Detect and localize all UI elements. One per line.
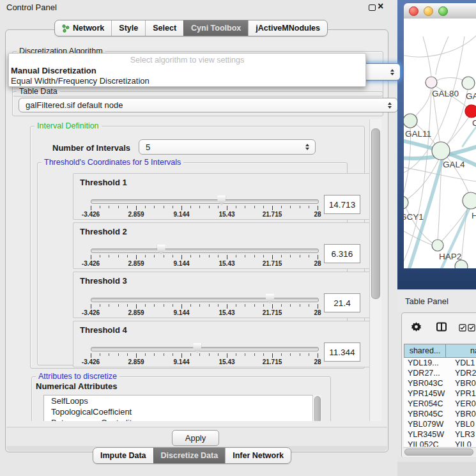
slider-tick-label: 21.715 [263,358,282,365]
network-node-gal4[interactable] [432,142,450,160]
interval-definition-title: Interval Definition [35,121,102,130]
network-window-titlebar[interactable] [404,3,476,19]
tab-impute-data[interactable]: Impute Data [93,448,153,463]
tab-select[interactable]: Select [145,20,183,36]
minimize-traffic-light-icon[interactable] [424,6,433,16]
slider-tick-label: 28 [314,358,321,365]
table-row[interactable]: YLR345WYLR3 [404,429,476,440]
slider-tick [190,353,191,356]
slider-tick [263,304,264,307]
threshold-value-field[interactable]: 6.316 [324,244,360,263]
slider-tick [136,255,137,259]
zoom-traffic-light-icon[interactable] [438,6,448,16]
undock-icon[interactable] [369,4,376,11]
tab-infer-network[interactable]: Infer Network [225,448,291,463]
slider-tick [136,206,137,210]
threshold-value-field[interactable]: 21.4 [324,293,360,312]
algorithm-placeholder: Select algorithm to view settings [9,56,365,65]
slider-tick-label: 15.43 [219,211,234,218]
attribute-list-item[interactable]: SelfLoops [44,395,313,406]
slider-tick [127,206,128,208]
slider-tick-label: 2.859 [128,211,144,218]
threshold-label: Threshold 4 [80,325,127,335]
table-data-combo[interactable]: galFiltered.sif default node [19,98,398,112]
slider-tick [199,304,200,307]
slider-tick-label: 9.144 [173,309,189,316]
network-node-gal80[interactable] [426,77,437,88]
slider-tick-label: 9.144 [173,358,189,365]
tab-discretize-data[interactable]: Discretize Data [153,448,226,463]
table-row[interactable]: YPR145WYPR1 [404,388,476,399]
slider-tick-label: 9.144 [173,260,189,267]
network-node-hap2[interactable] [432,240,443,251]
network-node-ga[interactable] [462,77,475,89]
checkbox-checked-icon[interactable] [468,324,475,332]
numerical-attributes-list[interactable]: SelfLoopsTopologicalCoefficientBetweenne… [43,395,314,421]
slider-tick-label: 28 [314,211,321,218]
slider-tick [190,304,191,307]
slider-tick [154,255,155,257]
tab-jactivemnodules[interactable]: jActiveMNodules [248,20,327,36]
slider-tick [263,206,264,208]
node-label-h: H [472,211,476,220]
network-canvas[interactable]: GAL80GACGAL11GAL4GCY1HHAP2 [404,19,476,268]
gear-icon[interactable] [411,321,422,332]
slider-tick [263,353,264,356]
slider-tick [100,255,100,257]
panel-title: Control Panel [6,3,57,12]
algorithm-option-equal-width[interactable]: Equal Width/Frequency Discretization [11,76,150,86]
column-layout-icon[interactable] [436,321,447,332]
slider-tick [281,255,282,257]
slider-tick-label: 21.715 [263,309,282,316]
network-node-gcy1[interactable] [404,196,408,209]
slider-tick [209,304,210,307]
table-row[interactable]: YBR045CYBR0 [404,409,476,419]
network-node-gal11[interactable] [404,114,417,128]
attribute-list-item[interactable]: TopologicalCoefficient [44,406,313,417]
slider-tick [118,255,119,257]
cell-shared-name: YIL052C [404,440,449,447]
table-row[interactable]: YIL052CYIL0 [404,440,476,447]
slider-tick [127,304,128,307]
node-label-hap2: HAP2 [439,252,461,261]
threshold-value-field[interactable]: 14.713 [324,195,360,214]
network-node-h[interactable] [463,192,476,209]
tab-network[interactable]: Network [55,20,111,36]
slider-tick [100,353,100,356]
settings-scrollbar[interactable] [369,119,381,421]
node-label-gcy1: GCY1 [404,212,424,222]
attributes-list-scrollbar[interactable] [312,395,321,421]
column-header-name[interactable]: na [446,344,476,358]
threshold-slider-track[interactable] [91,347,319,351]
threshold-value-field[interactable]: 11.344 [324,342,360,362]
slider-tick-label: 2.859 [128,358,144,365]
threshold-slider-track[interactable] [91,249,319,253]
slider-tick [218,255,219,257]
threshold-block-2: Threshold 2-3.4262.8599.14415.4321.71528… [73,222,369,269]
settings-scrollbar-thumb[interactable] [371,128,380,299]
table-row[interactable]: YDR27...YDR2 [404,368,476,378]
algorithm-option-manual[interactable]: Manual Discretization [11,66,96,75]
slider-tick [236,255,236,257]
table-row[interactable]: YDL19...YDL1 [404,358,476,368]
table-rows[interactable]: YDL19...YDL1YDR27...YDR2YBR043CYBR0YPR14… [404,358,476,447]
slider-tick [136,304,137,309]
table-row[interactable]: YBL079WYBL0 [404,419,476,429]
close-traffic-light-icon[interactable] [409,6,418,16]
table-row[interactable]: YER054CYER0 [404,399,476,409]
table-horizontal-scrollbar[interactable] [403,447,476,456]
column-header-shared[interactable]: shared... [404,344,446,358]
table-row[interactable]: YBR043CYBR0 [404,378,476,388]
apply-button[interactable]: Apply [172,430,219,446]
threshold-slider-track[interactable] [91,298,319,302]
slider-tick [91,255,91,259]
threshold-slider-track[interactable] [91,199,319,204]
attribute-list-item[interactable]: BetweennessCentrality [44,417,313,421]
checkbox-checked-icon[interactable] [459,324,466,332]
network-node-c[interactable] [465,105,476,118]
number-of-intervals-combo[interactable]: 5 [139,139,316,155]
close-icon[interactable]: × [378,1,383,12]
tab-label: Cyni Toolbox [191,20,241,36]
tab-cyni-toolbox[interactable]: Cyni Toolbox [183,20,248,36]
tab-style[interactable]: Style [111,20,145,36]
